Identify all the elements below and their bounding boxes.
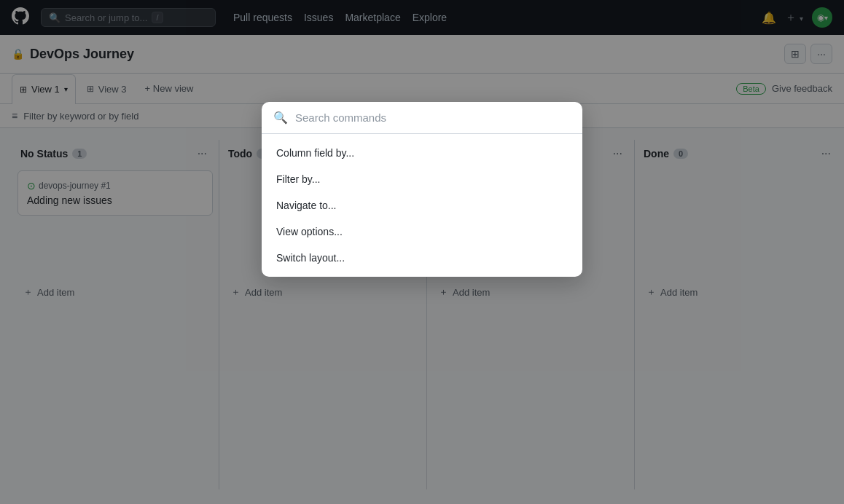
cp-search-row: 🔍	[262, 102, 582, 134]
command-palette-overlay[interactable]: 🔍 Column field by... Filter by... Naviga…	[0, 0, 844, 501]
command-palette: 🔍 Column field by... Filter by... Naviga…	[262, 102, 582, 277]
cp-item-navigate-to[interactable]: Navigate to...	[262, 192, 582, 218]
cp-list: Column field by... Filter by... Navigate…	[262, 134, 582, 277]
cp-item-column-field-by[interactable]: Column field by...	[262, 140, 582, 166]
cp-item-filter-by[interactable]: Filter by...	[262, 166, 582, 192]
cp-item-switch-layout[interactable]: Switch layout...	[262, 245, 582, 271]
cp-search-icon: 🔍	[273, 111, 288, 125]
cp-item-view-options[interactable]: View options...	[262, 218, 582, 245]
command-search-input[interactable]	[295, 111, 571, 124]
